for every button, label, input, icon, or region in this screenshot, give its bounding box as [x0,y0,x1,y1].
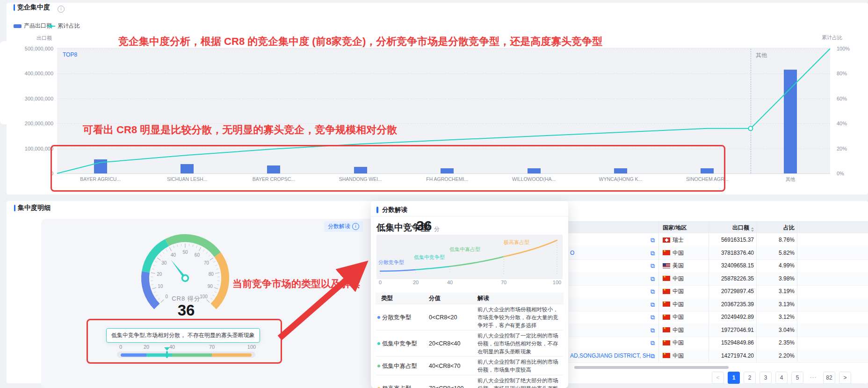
company-detail-icon[interactable]: ⧉ [651,263,655,269]
share-percent: 2.35% [779,339,795,346]
bar-其他[interactable] [784,70,797,173]
section-title-concentration: 竞企集中度 [17,3,50,12]
popup-range-value: 0<CR8<20 [429,314,457,321]
gridline [57,99,830,99]
table-row[interactable]: ⧉中国15294849.862.35% [568,336,868,350]
table-row[interactable]: O⧉中国37818376.405.82% [568,246,868,260]
company-detail-icon[interactable]: ⧉ [651,275,655,281]
section-title-detail: 集中度明细 [18,204,51,212]
popup-divider [371,216,568,216]
popup-score-unit: 分 [434,225,440,233]
popup-header-type: 类型 [381,295,393,302]
company-name-link[interactable]: AD,SONGJIANG DISTRICT, SHANGHAI CHI... [570,352,651,359]
table-row[interactable]: ⧉中国19727046.913.04% [568,323,868,337]
page-button-3[interactable]: 3 [760,372,772,384]
column-divider [756,221,757,362]
company-detail-icon[interactable]: ⧉ [651,352,655,359]
popup-accent-bar [376,207,378,213]
column-divider [797,221,797,362]
country-name: 中国 [673,249,684,257]
popup-score-value: 36 [416,218,432,234]
page-button-5[interactable]: 5 [791,372,803,384]
y2-tick-label: 100% [837,46,850,51]
annotation-note3: 当前竞争市场的类型以及解读 [232,277,360,290]
concentration-info-icon[interactable]: i [58,4,65,13]
table-row[interactable]: ⧉瑞士56916315.378.76% [568,233,868,247]
company-name-link[interactable]: O [570,250,574,256]
table-row[interactable]: AD,SONGJIANG DISTRICT, SHANGHAI CHI...⧉中… [568,349,868,363]
company-detail-icon[interactable]: ⧉ [651,250,655,256]
bar-legend-swatch [14,24,22,28]
company-detail-icon[interactable]: ⧉ [651,340,655,346]
annotation-note1: 竞企集中度分析，根据 CR8 的竞企集中度 (前8家竞企)，分析竞争市场是分散竞… [118,35,602,49]
header-label: 出口额 [732,224,749,231]
popup-type-label: 分散竞争型 [382,314,412,322]
region-label-other: 其他 [756,51,767,59]
y-axis-title: 出口额 [36,35,52,42]
svg-text:90: 90 [208,284,213,289]
country-name: 美国 [673,262,684,270]
popup-axis-tick: 20 [409,280,423,285]
horizontal-scrollbar[interactable] [574,366,729,369]
y2-tick-label: 80% [837,71,847,76]
y-tick-label: 300,000,000 [7,96,53,101]
popup-table-row: 分散竞争型0<CR8<20前八大企业的市场份额相对较小，市场竞争较为分散，存在大… [376,304,564,331]
y-tick-label: 0 [7,171,53,176]
country-name: 中国 [673,339,684,347]
legend-export-amount[interactable]: 产品出口额 [14,22,52,30]
page-button-82[interactable]: 82 [823,372,835,384]
popup-desc-text: 前八大企业的市场份额相对较小，市场竞争较为分散，存在大量的竞争对手，客户有更多选… [477,306,563,330]
table-row[interactable]: ⧉中国20367235.393.13% [568,298,868,311]
page-ellipsis[interactable]: ··· [807,372,819,384]
export-amount: 20249492.89 [721,314,754,320]
table-row[interactable]: ⧉中国20729897.453.19% [568,285,868,298]
export-amount: 37818376.40 [721,250,754,256]
country-name: 中国 [673,313,684,321]
share-percent: 3.19% [779,288,795,295]
flag-icon-cn [663,315,670,320]
popup-range-value: 40<CR8<70 [429,363,460,369]
company-detail-icon[interactable]: ⧉ [651,288,655,295]
company-detail-icon[interactable]: ⧉ [651,237,655,243]
popup-table-row: 低集中寡占型40<CR8<70前八大企业控制了相当比例的市场份额，市场集中度较高 [376,356,564,375]
export-amount: 15294849.86 [721,339,754,346]
page-button-1[interactable]: 1 [728,372,740,384]
curve-label-scattered: 分散竞争型 [378,259,404,266]
curve-label-high-oligopoly: 极高寡占型 [504,239,529,246]
popup-axis-tick: 0 [373,280,387,285]
share-percent: 3.13% [779,301,795,308]
page-button-2[interactable]: 2 [744,372,756,384]
page-button-4[interactable]: 4 [775,372,788,384]
table-row[interactable]: ⧉中国25878226.353.98% [568,272,868,286]
company-detail-icon[interactable]: ⧉ [651,327,655,333]
table-row[interactable]: ⧉美国32409658.154.99% [568,259,868,273]
popup-range-value: 20<CR8<40 [429,340,460,347]
flag-icon-cn [663,327,670,332]
popup-table-row: 低集中竞争型20<CR8<40前八大企业控制了一定比例的市场份额，但市场仍然相对… [376,330,564,357]
popup-type-label: 低集中竞争型 [382,340,417,348]
country-name: 中国 [673,352,684,359]
popup-desc-text: 前八大企业控制了一定比例的市场份额，但市场仍然相对分散，不存在明显的寡头垄断现象 [477,332,563,356]
gauge-segment-低集中竞争型 [146,243,167,272]
next-page-button[interactable]: > [839,372,851,384]
company-detail-icon[interactable]: ⧉ [651,301,655,307]
country-name: 中国 [673,274,684,282]
y-tick-label: 100,000,000 [7,146,53,151]
curve-label-low-concentration: 低集中竞争型 [414,254,445,261]
gauge-score-value: 36 [158,302,214,319]
table-row[interactable]: ⧉中国20249492.893.12% [568,310,868,324]
country-name: 瑞士 [673,236,684,244]
gauge-needle [168,258,189,283]
popup-title: 分数解读 [382,206,407,214]
legend-cumulative-share[interactable]: 累计占比 [47,22,80,30]
score-interpretation-button[interactable]: 分数解读 i [324,221,363,232]
table-header-amount[interactable]: 出口额 [732,224,754,232]
gridline [57,73,830,74]
country-name: 中国 [673,326,684,334]
sort-icon[interactable] [751,227,754,232]
table-header-row: 国家/地区 出口额 占比 [568,221,868,233]
prev-page-button[interactable]: < [712,372,724,384]
table-header-share: 占比 [783,224,795,232]
popup-type-cell: 分散竞争型 [376,304,423,331]
company-detail-icon[interactable]: ⧉ [651,314,655,320]
